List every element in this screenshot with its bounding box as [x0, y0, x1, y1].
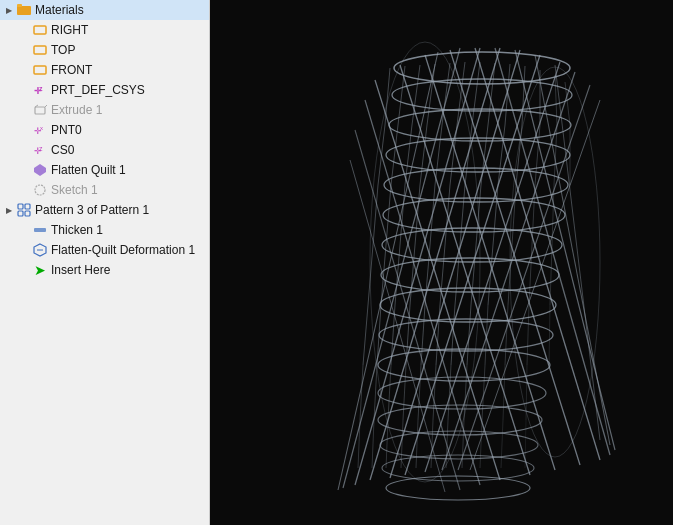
svg-rect-21	[34, 228, 46, 232]
point-icon: ✛ x	[32, 122, 48, 138]
tree-label: Sketch 1	[51, 183, 98, 197]
no-arrow	[20, 125, 30, 135]
coord-icon: ✛ z	[32, 82, 48, 98]
expand-arrow: ▶	[4, 5, 14, 15]
tree-label: PNT0	[51, 123, 82, 137]
tree-label: Insert Here	[51, 263, 110, 277]
sketch-icon	[32, 182, 48, 198]
tree-label: Flatten Quilt 1	[51, 163, 126, 177]
tree-label: RIGHT	[51, 23, 88, 37]
tree-label: PRT_DEF_CSYS	[51, 83, 145, 97]
svg-text:z: z	[39, 85, 43, 92]
3d-viewport[interactable]	[210, 0, 673, 525]
svg-rect-3	[34, 26, 46, 34]
coord-icon: ✛ z	[32, 142, 48, 158]
tree-label: Materials	[35, 3, 84, 17]
svg-rect-24	[210, 0, 673, 525]
tree-item-cs0[interactable]: ✛ z CS0	[0, 140, 209, 160]
svg-rect-19	[18, 211, 23, 216]
no-arrow	[20, 245, 30, 255]
tree-item-flatten-quilt-def1[interactable]: Flatten-Quilt Deformation 1	[0, 240, 209, 260]
no-arrow	[20, 65, 30, 75]
tree-label: TOP	[51, 43, 75, 57]
svg-rect-2	[17, 4, 22, 7]
tree-item-pnt0[interactable]: ✛ x PNT0	[0, 120, 209, 140]
no-arrow	[20, 265, 30, 275]
plane-icon	[32, 62, 48, 78]
svg-line-10	[45, 105, 47, 107]
svg-rect-4	[34, 46, 46, 54]
tree-item-top[interactable]: TOP	[0, 40, 209, 60]
tree-item-front[interactable]: FRONT	[0, 60, 209, 80]
tree-label: Extrude 1	[51, 103, 102, 117]
tree-label: Flatten-Quilt Deformation 1	[51, 243, 195, 257]
model-tree: ▶ Materials RIGHT TOP FRONT ✛	[0, 0, 210, 525]
svg-rect-20	[25, 211, 30, 216]
svg-rect-8	[35, 107, 45, 114]
quilt-icon	[32, 162, 48, 178]
plane-icon	[32, 22, 48, 38]
no-arrow	[20, 225, 30, 235]
extrude-icon	[32, 102, 48, 118]
no-arrow	[20, 25, 30, 35]
svg-rect-18	[25, 204, 30, 209]
insert-icon: ➤	[32, 262, 48, 278]
svg-rect-5	[34, 66, 46, 74]
no-arrow	[20, 185, 30, 195]
tree-label: Pattern 3 of Pattern 1	[35, 203, 149, 217]
svg-text:z: z	[39, 145, 43, 152]
tree-item-sketch1[interactable]: Sketch 1	[0, 180, 209, 200]
plane-icon	[32, 42, 48, 58]
tree-item-thicken1[interactable]: Thicken 1	[0, 220, 209, 240]
no-arrow	[20, 45, 30, 55]
svg-marker-15	[34, 164, 46, 176]
thicken-icon	[32, 222, 48, 238]
tree-item-right[interactable]: RIGHT	[0, 20, 209, 40]
tree-item-materials[interactable]: ▶ Materials	[0, 0, 209, 20]
no-arrow	[20, 85, 30, 95]
svg-text:x: x	[40, 125, 43, 131]
flatten-deform-icon	[32, 242, 48, 258]
svg-point-16	[35, 185, 45, 195]
svg-rect-17	[18, 204, 23, 209]
pattern-icon	[16, 202, 32, 218]
no-arrow	[20, 165, 30, 175]
no-arrow	[20, 105, 30, 115]
tree-item-insert-here[interactable]: ➤ Insert Here	[0, 260, 209, 280]
folder-icon	[16, 2, 32, 18]
tree-label: Thicken 1	[51, 223, 103, 237]
no-arrow	[20, 145, 30, 155]
tree-item-flatten-quilt1[interactable]: Flatten Quilt 1	[0, 160, 209, 180]
tree-item-extrude1[interactable]: Extrude 1	[0, 100, 209, 120]
expand-arrow: ▶	[4, 205, 14, 215]
tree-label: CS0	[51, 143, 74, 157]
tree-item-prt-def-csys[interactable]: ✛ z PRT_DEF_CSYS	[0, 80, 209, 100]
tree-label: FRONT	[51, 63, 92, 77]
tree-item-pattern3[interactable]: ▶ Pattern 3 of Pattern 1	[0, 200, 209, 220]
